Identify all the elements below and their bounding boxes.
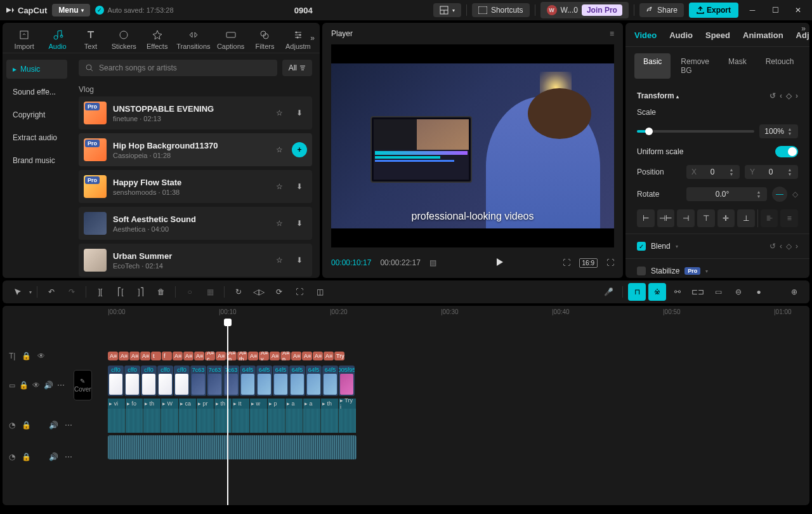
video-clip[interactable]: 7c63 <box>190 366 206 396</box>
tab-effects[interactable]: Effects <box>143 27 171 53</box>
undo-button[interactable]: ↶ <box>43 283 60 301</box>
tab-video[interactable]: Video <box>634 30 657 46</box>
favorite-icon[interactable]: ☆ <box>272 179 287 194</box>
audio-clip[interactable]: ▸ ca <box>179 399 196 433</box>
favorite-icon[interactable]: ☆ <box>272 216 287 231</box>
video-clip[interactable]: 64f5 <box>306 366 322 396</box>
audio-clip[interactable]: ▸ a <box>303 399 320 433</box>
crop-icon[interactable]: ⛶ <box>563 258 570 267</box>
music-item[interactable]: Pro UNSTOPPABLE EVENINGfinetune · 02:13 … <box>79 96 312 129</box>
music-item[interactable]: Pro Hip Hop Background11370Cassiopeia · … <box>79 133 312 166</box>
text-clip[interactable]: A≡ c <box>205 352 215 360</box>
maximize-button[interactable]: ☐ <box>766 4 784 16</box>
favorite-icon[interactable]: ☆ <box>272 142 287 157</box>
subtab-basic[interactable]: Basic <box>634 53 671 79</box>
join-pro-button[interactable]: Join Pro <box>582 4 622 16</box>
crop-tool[interactable]: ⛶ <box>291 283 308 301</box>
audio-clip[interactable]: ▸ a <box>285 399 303 433</box>
menu-button[interactable]: Menu▾ <box>52 4 89 16</box>
freeze-tool[interactable]: ◫ <box>311 283 329 301</box>
text-clip[interactable]: A≡ v <box>259 352 269 360</box>
close-button[interactable]: ✕ <box>789 4 807 16</box>
rotate-reset-icon[interactable]: — <box>772 187 787 202</box>
trim-right-tool[interactable]: ]⎤ <box>132 283 150 301</box>
zoom-fit-button[interactable]: ⊕ <box>785 283 803 301</box>
music-item[interactable]: Urban SummerEcoTech · 02:14 ☆ ⬇ <box>79 244 312 277</box>
align-bottom[interactable]: ⊥ <box>737 209 755 227</box>
minimize-button[interactable]: ─ <box>743 4 761 16</box>
download-icon[interactable]: ⬇ <box>292 179 307 194</box>
eye-icon[interactable]: 👁 <box>37 352 45 360</box>
uniform-scale-toggle[interactable] <box>775 146 798 157</box>
video-clip[interactable]: 7c63 <box>207 366 223 396</box>
shortcuts-button[interactable]: Shortcuts <box>472 3 530 17</box>
align-top[interactable]: ⊤ <box>697 209 715 227</box>
text-clip[interactable]: A≡ <box>270 352 280 360</box>
stabilize-section[interactable]: StabilizePro▾ <box>625 258 809 278</box>
download-icon[interactable]: ⬇ <box>292 216 307 231</box>
more-icon[interactable]: ⋯ <box>57 381 65 390</box>
link-tool[interactable]: ※ <box>648 283 666 301</box>
video-clip[interactable]: cff0 <box>124 366 140 396</box>
project-title[interactable]: 0904 <box>179 6 428 15</box>
sidebar-item-extract-audio[interactable]: Extract audio <box>6 128 67 147</box>
lock-icon[interactable]: 🔒 <box>22 452 31 461</box>
music-item[interactable]: Soft Aesthetic SoundAesthetica · 04:00 ☆… <box>79 207 312 240</box>
audio-clip[interactable]: ▸ pr <box>197 399 214 433</box>
align-right[interactable]: ⊣ <box>677 209 695 227</box>
trim-left-tool[interactable]: ⎡[ <box>112 283 129 301</box>
audio-clip[interactable]: ▸ w <box>250 399 267 433</box>
timeline-ruler[interactable]: |00:00|00:10|00:20|00:30|00:40|00:50|01:… <box>3 306 809 320</box>
more-icon[interactable]: ⋯ <box>65 421 72 430</box>
scale-value[interactable]: 100%▲▼ <box>759 124 798 138</box>
filter-all-button[interactable]: All <box>282 60 312 76</box>
marker-tool[interactable]: ▭ <box>709 283 727 301</box>
mic-tool[interactable]: 🎤 <box>599 283 617 301</box>
export-button[interactable]: Export <box>689 3 738 18</box>
tab-captions[interactable]: Captions <box>216 27 246 53</box>
zoom-slider[interactable]: ● <box>750 283 768 301</box>
favorite-icon[interactable]: ☆ <box>272 105 287 121</box>
text-clip[interactable]: A≡ p <box>280 352 291 360</box>
player-viewport[interactable]: professional-looking videos <box>331 44 614 247</box>
more-inspector-tabs[interactable]: » <box>801 24 806 33</box>
favorite-icon[interactable]: ☆ <box>272 253 287 268</box>
distribute-v[interactable]: ≡ <box>780 209 798 227</box>
video-clip[interactable]: cff0 <box>141 366 157 396</box>
preview-tool[interactable]: ⊏⊐ <box>689 283 707 301</box>
text-clip[interactable]: Try <box>334 352 344 360</box>
text-clip[interactable]: A≡ <box>248 352 258 360</box>
play-button[interactable] <box>494 257 504 269</box>
video-clip[interactable]: 005f95 <box>339 366 355 396</box>
zoom-out-button[interactable]: ⊖ <box>730 283 747 301</box>
audio-clip[interactable]: ▸ th <box>214 399 232 433</box>
reverse-tool[interactable]: ↻ <box>230 283 247 301</box>
audio-clip[interactable]: ▸ W <box>161 399 178 433</box>
mute-icon[interactable]: 🔊 <box>49 421 58 430</box>
video-clip[interactable]: 64f5 <box>322 366 338 396</box>
text-clip[interactable]: A≡ <box>183 352 193 360</box>
rotate-tool[interactable]: ⟳ <box>270 283 288 301</box>
tab-stickers[interactable]: Stickers <box>110 27 138 53</box>
position-x-input[interactable]: X0▲▼ <box>686 165 740 179</box>
tab-speed[interactable]: Speed <box>705 30 730 46</box>
reset-blend-icon[interactable]: ↺ <box>769 242 776 251</box>
video-clip[interactable]: 64f5 <box>273 366 289 396</box>
reset-transform-icon[interactable]: ↺ <box>769 91 776 100</box>
mute-icon[interactable]: 🔊 <box>44 381 53 390</box>
sidebar-item-music[interactable]: ▸Music <box>6 60 67 79</box>
download-icon[interactable]: ⬇ <box>292 253 307 268</box>
tool-b[interactable]: ▦ <box>201 283 219 301</box>
split-tool[interactable]: ]​[ <box>91 283 109 301</box>
tab-filters[interactable]: Filters <box>251 27 278 53</box>
position-y-input[interactable]: Y0▲▼ <box>745 165 798 179</box>
select-tool[interactable] <box>9 283 27 301</box>
tab-transitions[interactable]: Transitions <box>176 27 211 53</box>
text-clip[interactable]: f <box>162 352 172 360</box>
text-clip[interactable]: A≡ <box>173 352 183 360</box>
video-clip[interactable]: 64f5 <box>256 366 272 396</box>
tab-adjustments[interactable]: Adjustm <box>284 27 312 53</box>
music-item[interactable]: Pro Happy Flow Statesenshomoods · 01:38 … <box>79 170 312 203</box>
lock-icon[interactable]: 🔒 <box>19 381 29 390</box>
align-center-h[interactable]: ⊣⊢ <box>657 209 675 227</box>
